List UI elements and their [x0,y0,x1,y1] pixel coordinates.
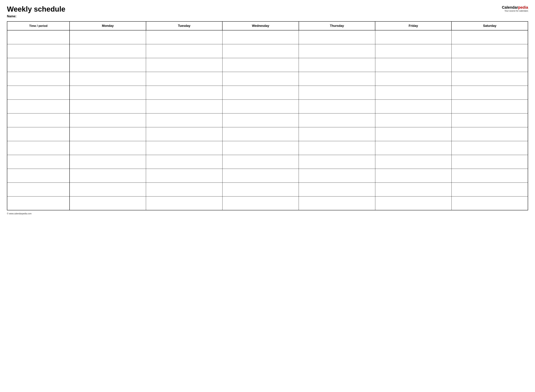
page-header: Weekly schedule Name: Calendarpedia Your… [7,5,528,18]
time-cell [7,58,70,72]
time-cell [7,141,70,155]
saturday-cell [451,196,528,210]
table-row [7,30,528,44]
friday-cell [375,72,451,86]
saturday-cell [451,58,528,72]
col-header-friday: Friday [375,21,451,30]
table-row [7,182,528,196]
table-row [7,113,528,127]
saturday-cell [451,99,528,113]
thursday-cell [299,58,375,72]
wednesday-cell [222,155,299,169]
monday-cell [70,127,146,141]
monday-cell [70,44,146,58]
col-header-monday: Monday [70,21,146,30]
tuesday-cell [146,141,222,155]
thursday-cell [299,127,375,141]
logo-pedia: pedia [518,5,528,9]
time-cell [7,99,70,113]
saturday-cell [451,182,528,196]
tuesday-cell [146,127,222,141]
table-row [7,169,528,182]
logo-area: Calendarpedia Your source for calendars [502,5,528,12]
footer: © www.calendarpedia.com [7,212,528,215]
tuesday-cell [146,182,222,196]
monday-cell [70,196,146,210]
monday-cell [70,86,146,99]
wednesday-cell [222,99,299,113]
thursday-cell [299,155,375,169]
wednesday-cell [222,169,299,182]
saturday-cell [451,72,528,86]
thursday-cell [299,196,375,210]
friday-cell [375,113,451,127]
time-cell [7,169,70,182]
tuesday-cell [146,155,222,169]
friday-cell [375,99,451,113]
time-cell [7,155,70,169]
table-row [7,127,528,141]
time-cell [7,113,70,127]
logo-calendar: Calendar [502,5,518,9]
friday-cell [375,196,451,210]
wednesday-cell [222,86,299,99]
time-cell [7,196,70,210]
monday-cell [70,182,146,196]
tuesday-cell [146,58,222,72]
saturday-cell [451,155,528,169]
table-row [7,141,528,155]
col-header-thursday: Thursday [299,21,375,30]
thursday-cell [299,99,375,113]
thursday-cell [299,30,375,44]
thursday-cell [299,113,375,127]
friday-cell [375,58,451,72]
time-cell [7,30,70,44]
monday-cell [70,72,146,86]
time-cell [7,182,70,196]
thursday-cell [299,86,375,99]
time-cell [7,72,70,86]
tuesday-cell [146,196,222,210]
table-row [7,99,528,113]
thursday-cell [299,72,375,86]
saturday-cell [451,86,528,99]
monday-cell [70,141,146,155]
monday-cell [70,99,146,113]
table-row [7,155,528,169]
table-row [7,44,528,58]
friday-cell [375,155,451,169]
table-row [7,86,528,99]
tuesday-cell [146,72,222,86]
tuesday-cell [146,30,222,44]
footer-url: © www.calendarpedia.com [7,212,32,215]
saturday-cell [451,44,528,58]
monday-cell [70,113,146,127]
friday-cell [375,127,451,141]
monday-cell [70,169,146,182]
col-header-time: Time / period [7,21,70,30]
thursday-cell [299,141,375,155]
time-cell [7,86,70,99]
table-header-row: Time / period Monday Tuesday Wednesday T… [7,21,528,30]
tuesday-cell [146,113,222,127]
wednesday-cell [222,30,299,44]
friday-cell [375,86,451,99]
col-header-wednesday: Wednesday [222,21,299,30]
saturday-cell [451,113,528,127]
wednesday-cell [222,72,299,86]
saturday-cell [451,141,528,155]
wednesday-cell [222,44,299,58]
time-cell [7,127,70,141]
tuesday-cell [146,44,222,58]
wednesday-cell [222,196,299,210]
thursday-cell [299,169,375,182]
logo-text: Calendarpedia [502,5,528,10]
table-row [7,58,528,72]
table-row [7,72,528,86]
table-row [7,196,528,210]
friday-cell [375,141,451,155]
wednesday-cell [222,141,299,155]
monday-cell [70,58,146,72]
monday-cell [70,155,146,169]
tuesday-cell [146,86,222,99]
